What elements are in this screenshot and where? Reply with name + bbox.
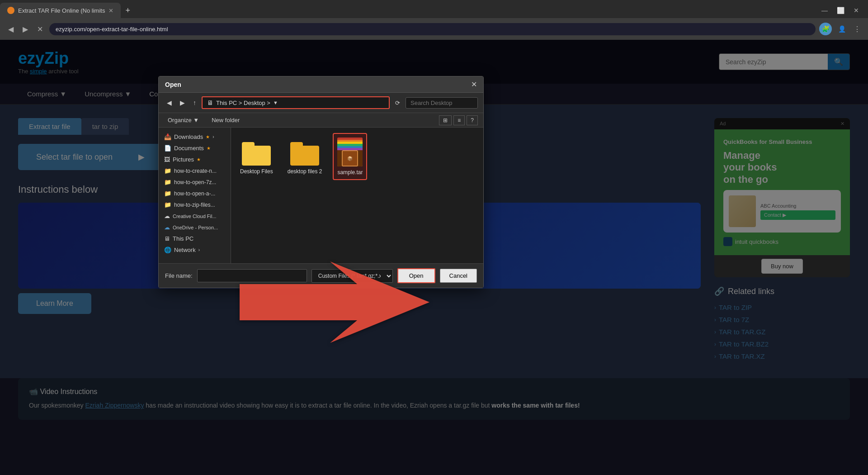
folder4-icon: 📁 bbox=[164, 201, 171, 208]
folder-icon-desktop-files-2 bbox=[290, 137, 319, 166]
tab-close-button[interactable]: ✕ bbox=[108, 7, 113, 14]
path-bar[interactable]: 🖥 This PC > Desktop > ▼ bbox=[202, 96, 390, 109]
downloads-star: ★ bbox=[206, 134, 210, 139]
documents-icon: 📄 bbox=[164, 145, 171, 152]
pictures-icon: 🖼 bbox=[164, 156, 170, 163]
address-bar[interactable] bbox=[49, 23, 816, 35]
window-close[interactable]: ✕ bbox=[850, 5, 863, 16]
sidebar-item-this-pc[interactable]: 🖥 This PC bbox=[159, 233, 231, 244]
pictures-star: ★ bbox=[197, 157, 201, 162]
folder1-icon: 📁 bbox=[164, 167, 171, 174]
back-button[interactable]: ◀ bbox=[5, 23, 16, 35]
onedrive-icon: ☁ bbox=[164, 224, 170, 231]
folder2-icon: 📁 bbox=[164, 179, 171, 185]
sidebar-item-onedrive[interactable]: ☁ OneDrive - Person... bbox=[159, 222, 231, 233]
sidebar-item-network[interactable]: 🌐 Network › bbox=[159, 244, 231, 256]
more-options-icon[interactable]: ⋮ bbox=[852, 25, 863, 33]
sidebar-item-folder4[interactable]: 📁 how-to-zip-files... bbox=[159, 199, 231, 210]
path-dropdown-button[interactable]: ▼ bbox=[273, 100, 278, 105]
red-arrow-annotation bbox=[240, 257, 429, 349]
filename-label: File name: bbox=[165, 272, 193, 279]
organize-button[interactable]: Organize ▼ bbox=[164, 115, 203, 125]
file-label-sample-tar: sample.tar bbox=[337, 169, 363, 176]
this-pc-icon: 🖥 bbox=[164, 235, 170, 242]
sidebar-item-folder2[interactable]: 📁 how-to-open-7z... bbox=[159, 176, 231, 188]
downloads-icon: 📥 bbox=[164, 133, 171, 140]
dialog-title: Open bbox=[165, 81, 181, 88]
page-content: ezyZip The simple archive tool 🔍 Compres… bbox=[0, 40, 868, 475]
path-icon: 🖥 bbox=[207, 99, 213, 106]
file-label-desktop-files: Desktop Files bbox=[240, 168, 273, 175]
dialog-titlebar: Open ✕ bbox=[159, 76, 483, 93]
tab-favicon bbox=[7, 7, 14, 14]
new-tab-button[interactable]: + bbox=[121, 6, 135, 15]
network-icon: 🌐 bbox=[164, 247, 171, 253]
folder-icon-desktop-files bbox=[242, 137, 271, 166]
downloads-expand[interactable]: › bbox=[212, 134, 214, 139]
profile-icon[interactable]: 👤 bbox=[835, 23, 848, 35]
creative-cloud-icon: ☁ bbox=[164, 213, 170, 219]
reload-button[interactable]: ✕ bbox=[34, 23, 46, 35]
file-label-desktop-files-2: desktop files 2 bbox=[288, 168, 322, 175]
dialog-back-button[interactable]: ◀ bbox=[164, 98, 175, 108]
sidebar-item-pictures[interactable]: 🖼 Pictures ★ bbox=[159, 154, 231, 165]
browser-tabs: Extract TAR File Online (No limits ✕ + —… bbox=[0, 0, 868, 18]
sidebar-item-downloads[interactable]: 📥 Downloads ★ › bbox=[159, 131, 231, 142]
view-large-icons[interactable]: ⊞ bbox=[439, 115, 452, 125]
svg-marker-0 bbox=[240, 261, 429, 343]
file-item-desktop-files[interactable]: Desktop Files bbox=[236, 133, 277, 180]
sidebar-item-folder1[interactable]: 📁 how-to-create-n... bbox=[159, 165, 231, 176]
file-item-sample-tar[interactable]: 📦 sample.tar bbox=[333, 133, 367, 180]
file-item-desktop-files-2[interactable]: desktop files 2 bbox=[284, 133, 326, 180]
browser-controls: ◀ ▶ ✕ 🧩 👤 ⋮ bbox=[0, 18, 868, 40]
browser-tab-active[interactable]: Extract TAR File Online (No limits ✕ bbox=[0, 3, 121, 18]
dialog-search-input[interactable] bbox=[406, 97, 478, 109]
dialog-up-button[interactable]: ↑ bbox=[190, 98, 199, 108]
browser-chrome: Extract TAR File Online (No limits ✕ + —… bbox=[0, 0, 868, 40]
tar-file-icon: 📦 bbox=[337, 138, 363, 166]
path-text: This PC > Desktop > bbox=[216, 100, 270, 106]
file-dialog: Open ✕ ◀ ▶ ↑ 🖥 This PC > Desktop > ▼ ⟳ O… bbox=[158, 76, 484, 288]
dialog-sidebar: 📥 Downloads ★ › 📄 Documents ★ 🖼 Pictures… bbox=[159, 128, 231, 263]
window-maximize[interactable]: ⬜ bbox=[833, 5, 848, 16]
dialog-nav: ◀ ▶ ↑ 🖥 This PC > Desktop > ▼ ⟳ bbox=[159, 93, 483, 113]
tab-title: Extract TAR File Online (No limits bbox=[18, 7, 105, 14]
view-help[interactable]: ? bbox=[467, 115, 478, 125]
new-folder-button[interactable]: New folder bbox=[208, 115, 243, 125]
file-grid: Desktop Files desktop files 2 bbox=[236, 133, 478, 180]
dialog-body: 📥 Downloads ★ › 📄 Documents ★ 🖼 Pictures… bbox=[159, 128, 483, 263]
forward-button[interactable]: ▶ bbox=[20, 23, 31, 35]
dialog-forward-button[interactable]: ▶ bbox=[177, 98, 188, 108]
folder3-icon: 📁 bbox=[164, 190, 171, 197]
sidebar-item-creative-cloud[interactable]: ☁ Creative Cloud Fil... bbox=[159, 210, 231, 222]
dialog-close-button[interactable]: ✕ bbox=[471, 80, 477, 89]
window-minimize[interactable]: — bbox=[818, 5, 831, 16]
sidebar-item-documents[interactable]: 📄 Documents ★ bbox=[159, 142, 231, 154]
network-expand[interactable]: › bbox=[198, 247, 200, 252]
dialog-cancel-button[interactable]: Cancel bbox=[440, 269, 477, 283]
dialog-toolbar: Organize ▼ New folder ⊞ ≡ ? bbox=[159, 113, 483, 128]
documents-star: ★ bbox=[207, 146, 211, 151]
extensions-icon[interactable]: 🧩 bbox=[819, 23, 832, 35]
path-refresh-button[interactable]: ⟳ bbox=[392, 98, 403, 108]
view-details[interactable]: ≡ bbox=[453, 115, 465, 125]
browser-actions: 🧩 👤 ⋮ bbox=[819, 23, 863, 35]
dialog-main-area: Desktop Files desktop files 2 bbox=[231, 128, 483, 263]
sidebar-item-folder3[interactable]: 📁 how-to-open-a-... bbox=[159, 188, 231, 199]
